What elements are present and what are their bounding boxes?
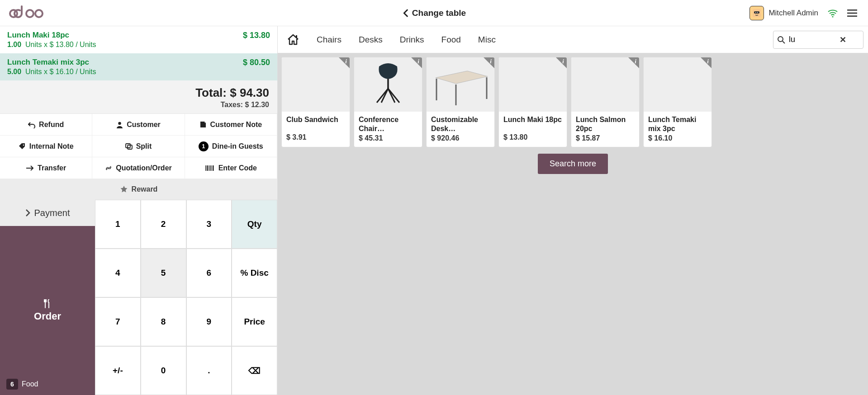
numkey-5[interactable]: 5	[141, 249, 186, 297]
product-grid: iClub Sandwich$ 3.91iConference Chair…$ …	[278, 53, 868, 151]
guests-badge: 1	[199, 141, 209, 151]
taxes-row: Taxes: $ 12.30	[8, 101, 269, 109]
product-card[interactable]: iLunch Temaki mix 3pc$ 16.10	[643, 57, 712, 147]
actions-grid: Refund Customer Customer Note Internal N…	[0, 113, 277, 179]
category-desks[interactable]: Desks	[359, 35, 383, 45]
order-line-detail: 1.00 Units x $ 13.80 / Units	[7, 41, 96, 49]
product-card[interactable]: iLunch Maki 18pc$ 13.80	[498, 57, 567, 147]
numkey-8[interactable]: 8	[141, 297, 186, 346]
totals: Total: $ 94.30 Taxes: $ 12.30	[0, 80, 277, 113]
numpad: 1 2 3 Qty 4 5 6 % Disc 7 8 9 Price +/- 0…	[95, 200, 277, 395]
logo	[9, 5, 50, 21]
svg-point-22	[778, 37, 783, 42]
enter-code-button[interactable]: Enter Code	[185, 157, 277, 179]
order-panel: Lunch Maki 18pc1.00 Units x $ 13.80 / Un…	[0, 26, 278, 395]
product-card[interactable]: iLunch Salmon 20pc$ 15.87	[571, 57, 640, 147]
reward-button[interactable]: Reward	[0, 179, 277, 200]
numkey-7[interactable]: 7	[95, 297, 141, 346]
change-table-button[interactable]: Change table	[402, 8, 466, 18]
total-row: Total: $ 94.30	[8, 86, 269, 100]
svg-rect-10	[847, 15, 857, 17]
category-chairs[interactable]: Chairs	[317, 35, 342, 45]
category-misc[interactable]: Misc	[478, 35, 496, 45]
undo-icon	[28, 121, 35, 128]
quotation-button[interactable]: Quotation/Order	[92, 157, 185, 179]
product-name: Conference Chair…	[354, 112, 422, 134]
search-more-button[interactable]: Search more	[538, 154, 608, 174]
numkey-6[interactable]: 6	[186, 249, 232, 297]
payment-button[interactable]: Payment	[0, 200, 95, 226]
product-card[interactable]: iCustomizable Desk…$ 920.46	[426, 57, 495, 147]
customer-note-button[interactable]: Customer Note	[185, 114, 277, 136]
search-icon	[777, 36, 785, 44]
numkey-qty[interactable]: Qty	[232, 200, 277, 249]
chevron-left-icon	[402, 9, 408, 17]
clear-search-button[interactable]: ✕	[838, 35, 848, 45]
home-icon	[287, 34, 299, 46]
info-icon[interactable]: i	[556, 57, 567, 68]
transfer-button[interactable]: Transfer	[0, 157, 92, 179]
info-icon[interactable]: i	[339, 57, 350, 68]
internal-note-button[interactable]: Internal Note	[0, 136, 92, 157]
order-lines: Lunch Maki 18pc1.00 Units x $ 13.80 / Un…	[0, 26, 277, 80]
customer-button[interactable]: Customer	[92, 114, 185, 136]
numkey-price[interactable]: Price	[232, 297, 277, 346]
svg-rect-20	[213, 165, 214, 171]
avatar	[749, 6, 764, 20]
numkey-dot[interactable]: .	[186, 346, 232, 395]
svg-point-11	[118, 122, 121, 124]
info-icon[interactable]: i	[701, 57, 711, 68]
product-price: $ 15.87	[571, 134, 639, 147]
search-box[interactable]: ✕	[773, 31, 863, 49]
order-line[interactable]: Lunch Maki 18pc1.00 Units x $ 13.80 / Un…	[0, 26, 277, 53]
product-name: Lunch Temaki mix 3pc	[644, 112, 711, 134]
svg-point-2	[35, 10, 43, 17]
numkey-backspace[interactable]: ⌫	[232, 346, 277, 395]
change-table-label: Change table	[412, 8, 466, 18]
product-name: Club Sandwich	[282, 112, 350, 133]
tag-icon	[19, 143, 26, 150]
svg-rect-13	[126, 144, 130, 148]
category-food[interactable]: Food	[441, 35, 461, 45]
svg-rect-17	[209, 165, 209, 171]
svg-rect-9	[847, 12, 857, 14]
order-line[interactable]: Lunch Temaki mix 3pc5.00 Units x $ 16.10…	[0, 53, 277, 80]
product-price: $ 16.10	[644, 134, 711, 147]
product-card[interactable]: iClub Sandwich$ 3.91	[281, 57, 350, 147]
numkey-disc[interactable]: % Disc	[232, 249, 277, 297]
numkey-2[interactable]: 2	[141, 200, 186, 249]
numkey-1[interactable]: 1	[95, 200, 141, 249]
note-icon	[199, 121, 206, 128]
home-button[interactable]	[284, 31, 302, 49]
wifi-icon[interactable]	[827, 9, 838, 18]
svg-rect-16	[207, 165, 208, 171]
svg-point-1	[26, 10, 33, 17]
numkey-sign[interactable]: +/-	[95, 346, 141, 395]
product-image: i	[282, 57, 350, 112]
product-price: $ 920.46	[427, 134, 494, 147]
refund-button[interactable]: Refund	[0, 114, 92, 136]
order-button[interactable]: Order 6 Food	[0, 226, 95, 395]
user-menu[interactable]: Mitchell Admin	[749, 6, 818, 20]
search-input[interactable]	[789, 35, 834, 44]
dine-in-button[interactable]: 1 Dine-in Guests	[185, 136, 277, 157]
numkey-9[interactable]: 9	[186, 297, 232, 346]
split-button[interactable]: Split	[92, 136, 185, 157]
numkey-3[interactable]: 3	[186, 200, 232, 249]
numkey-0[interactable]: 0	[141, 346, 186, 395]
order-line-name: Lunch Maki 18pc	[7, 31, 96, 40]
order-line-detail: 5.00 Units x $ 16.10 / Units	[7, 68, 96, 76]
barcode-icon	[205, 165, 215, 171]
product-image: i	[644, 57, 711, 112]
order-line-total: $ 80.50	[243, 58, 270, 67]
svg-rect-19	[211, 165, 212, 171]
hamburger-menu-icon[interactable]	[847, 9, 857, 17]
person-icon	[116, 121, 123, 128]
svg-rect-4	[754, 11, 759, 14]
info-icon[interactable]: i	[628, 57, 639, 68]
category-drinks[interactable]: Drinks	[400, 35, 424, 45]
product-card[interactable]: iConference Chair…$ 45.31	[354, 57, 422, 147]
product-image: i	[427, 57, 494, 112]
numkey-4[interactable]: 4	[95, 249, 141, 297]
svg-rect-18	[209, 165, 210, 171]
